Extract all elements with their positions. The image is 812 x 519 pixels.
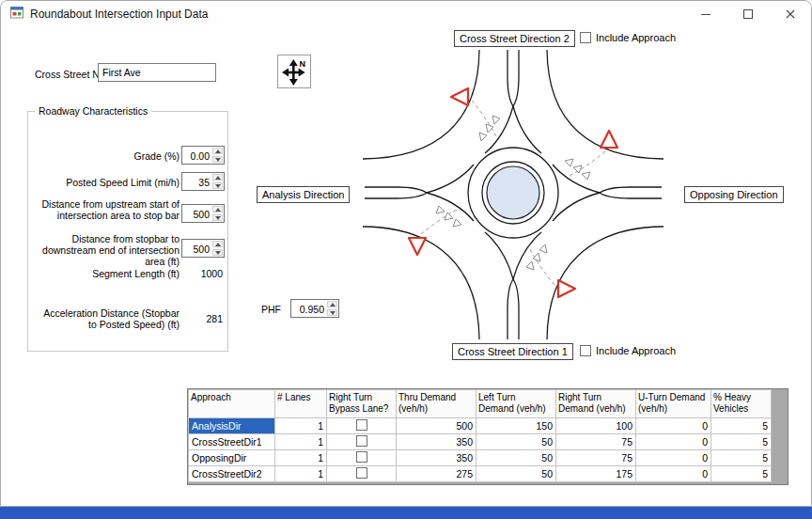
dist-down-spin-down[interactable] [212,249,223,256]
cell-uturn[interactable]: 0 [636,450,711,466]
cell-thru[interactable]: 350 [397,450,476,466]
cell-right[interactable]: 75 [556,450,636,466]
cell-left[interactable]: 50 [476,434,556,450]
cell-left[interactable]: 50 [476,466,556,482]
cell-bypass[interactable] [327,434,397,450]
phf-spinner[interactable]: 0.950 [290,299,339,318]
spinner-up-icon [330,303,336,307]
acceleration-distance-value: 281 [181,313,223,324]
posted-speed-value[interactable]: 35 [182,173,211,190]
table-row: CrossStreetDir2 1 275 50 175 0 5 [189,466,772,482]
include-approach-top-checkbox[interactable] [580,32,591,43]
cell-bypass[interactable] [327,450,397,466]
grade-spinner[interactable]: 0.00 [181,146,225,165]
cell-thru[interactable]: 275 [397,466,476,482]
demand-grid: Approach # Lanes Right Turn Bypass Lane?… [187,388,789,485]
cell-right[interactable]: 100 [556,418,636,434]
cell-heavy[interactable]: 5 [711,418,772,434]
dist-up-spin-down[interactable] [212,214,223,221]
cell-bypass[interactable] [327,466,397,482]
cell-heavy[interactable]: 5 [711,466,772,482]
cell-approach[interactable]: CrossStreetDir1 [189,434,275,450]
distance-downstream-value[interactable]: 500 [182,240,211,257]
opposing-direction-label: Opposing Direction [684,186,784,203]
cross-street-direction-2-label: Cross Street Direction 2 [454,30,575,47]
grade-spin-down[interactable] [212,156,223,163]
spinner-down-icon [215,158,221,162]
dist-up-spin-up[interactable] [212,206,223,212]
include-approach-top[interactable]: Include Approach [580,32,676,43]
minimize-icon [701,9,710,19]
phf-spin-down[interactable] [327,309,337,316]
taskbar-strip [0,507,812,519]
spinner-down-icon [215,216,221,220]
minimize-button[interactable] [684,1,726,27]
close-icon [786,9,795,19]
spinner-down-icon [215,184,221,188]
include-approach-top-label: Include Approach [596,32,676,43]
posted-speed-spinner[interactable]: 35 [181,172,225,191]
speed-spin-up[interactable] [212,174,223,181]
bypass-checkbox[interactable] [356,467,367,479]
col-header-thru[interactable]: Thru Demand (veh/h) [397,390,476,418]
central-island [487,166,539,219]
acceleration-distance-label: Acceleration Distance (Stopbar to Posted… [39,307,180,330]
maximize-button[interactable] [726,1,769,27]
cell-thru[interactable]: 350 [397,434,476,450]
speed-spin-down[interactable] [212,182,223,189]
close-button[interactable] [769,1,811,27]
cell-thru[interactable]: 500 [397,418,476,434]
north-label: N [300,59,306,69]
cell-left[interactable]: 150 [476,418,556,434]
table-row: AnalysisDir 1 500 150 100 0 5 [189,418,772,434]
segment-length-value: 1000 [181,268,223,279]
cell-approach[interactable]: OpposingDir [189,450,275,466]
posted-speed-label: Posted Speed Limit (mi/h) [57,177,180,188]
maximize-icon [743,9,753,19]
col-header-right[interactable]: Right Turn Demand (veh/h) [556,390,636,418]
distance-upstream-value[interactable]: 500 [182,205,211,222]
cell-right[interactable]: 175 [556,466,636,482]
cell-lanes[interactable]: 1 [275,434,327,450]
grade-value[interactable]: 0.00 [182,147,211,164]
col-header-heavy[interactable]: % Heavy Vehicles [711,390,772,418]
cell-heavy[interactable]: 5 [711,434,772,450]
cell-heavy[interactable]: 5 [711,450,772,466]
bypass-checkbox[interactable] [356,451,367,463]
col-header-bypass[interactable]: Right Turn Bypass Lane? [327,390,397,418]
bypass-checkbox[interactable] [356,419,367,431]
bypass-checkbox[interactable] [356,435,367,447]
phf-spin-up[interactable] [327,301,337,307]
include-approach-bottom[interactable]: Include Approach [580,345,676,356]
cell-right[interactable]: 75 [556,434,636,450]
col-header-lanes[interactable]: # Lanes [275,390,327,418]
cell-uturn[interactable]: 0 [636,466,711,482]
cell-lanes[interactable]: 1 [275,418,327,434]
dist-down-spin-up[interactable] [212,241,223,247]
compass-button[interactable]: N [277,55,311,88]
cell-lanes[interactable]: 1 [275,450,327,466]
cell-uturn[interactable]: 0 [636,434,711,450]
col-header-uturn[interactable]: U-Turn Demand (veh/h) [636,390,711,418]
spinner-up-icon [215,176,221,180]
cell-approach[interactable]: CrossStreetDir2 [189,466,275,482]
col-header-left[interactable]: Left Turn Demand (veh/h) [476,390,556,418]
cell-left[interactable]: 50 [476,450,556,466]
roundabout-diagram [363,50,664,339]
distance-upstream-spinner[interactable]: 500 [181,204,225,223]
cell-lanes[interactable]: 1 [275,466,327,482]
grade-spin-up[interactable] [212,148,223,154]
distance-downstream-label: Distance from stopbar to downstream end … [22,233,180,267]
distance-downstream-spinner[interactable]: 500 [181,239,225,258]
include-approach-bottom-label: Include Approach [596,345,676,356]
phf-value[interactable]: 0.950 [291,300,326,317]
titlebar: Roundabout Intersection Input Data [1,1,811,27]
table-row: OpposingDir 1 350 50 75 0 5 [189,450,772,466]
col-header-approach[interactable]: Approach [189,390,275,418]
cell-uturn[interactable]: 0 [636,418,711,434]
include-approach-bottom-checkbox[interactable] [580,345,591,356]
spinner-up-icon [215,149,221,153]
cell-approach[interactable]: AnalysisDir [189,418,275,434]
cell-bypass[interactable] [327,418,397,434]
cross-street-name-input[interactable] [98,63,216,82]
